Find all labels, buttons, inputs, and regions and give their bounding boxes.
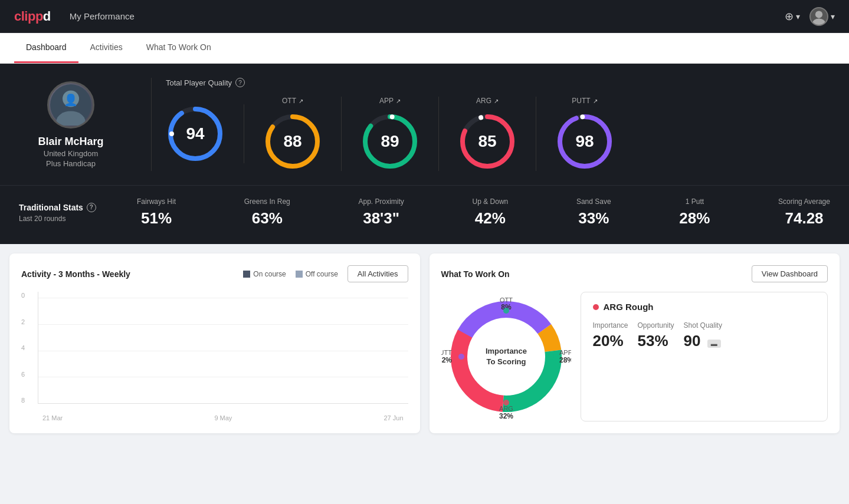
stat-proximity: App. Proximity 38'3" — [358, 197, 404, 228]
metric-circle-total: 94 — [166, 104, 225, 163]
trad-label-sub: Last 20 rounds — [19, 215, 137, 223]
metric-circle-ott: 88 — [263, 112, 322, 171]
stat-scoring: Scoring Average 74.28 — [778, 197, 830, 228]
svg-point-35 — [503, 308, 509, 314]
activity-chart-title: Activity - 3 Months - Weekly — [21, 269, 130, 279]
svg-point-0 — [815, 11, 822, 18]
stat-updown: Up & Down 42% — [473, 197, 509, 228]
traditional-stats: Traditional Stats ? Last 20 rounds Fairw… — [0, 185, 849, 244]
metric-putt: PUTT ↗ 98 — [536, 97, 633, 171]
player-avatar: 👤 — [47, 81, 94, 129]
putt-trend-icon: ↗ — [593, 98, 598, 104]
svg-text:28%: 28% — [559, 356, 571, 364]
player-name: Blair McHarg — [38, 136, 103, 148]
metric-arg: ARG ↗ 85 — [439, 97, 536, 171]
tab-activities[interactable]: Activities — [78, 33, 135, 63]
metric-value-app: 89 — [381, 132, 399, 151]
svg-point-37 — [503, 400, 509, 406]
svg-point-36 — [548, 354, 554, 360]
metric-circle-arg: 85 — [458, 112, 517, 171]
ott-trend-icon: ↗ — [299, 98, 303, 104]
view-dashboard-button[interactable]: View Dashboard — [752, 265, 828, 282]
metric-label-app: APP ↗ — [379, 97, 401, 105]
svg-text:Importance: Importance — [485, 347, 526, 355]
svg-text:APP: APP — [559, 349, 571, 356]
logo: clippd — [14, 9, 51, 24]
svg-text:PUTT: PUTT — [441, 349, 452, 356]
chart-area: 8 6 4 2 0 21 Mar 9 May 27 Jun — [21, 292, 408, 421]
add-chevron: ▾ — [796, 12, 800, 21]
svg-point-1 — [813, 18, 825, 25]
stats-row: Fairways Hit 51% Greens In Reg 63% App. … — [137, 197, 830, 228]
metric-app: APP ↗ 89 — [342, 97, 439, 171]
donut-chart: Importance To Scoring OTT 8% APP 28% ARG… — [441, 292, 571, 421]
wtwo-title: What To Work On — [441, 269, 510, 279]
all-activities-button[interactable]: All Activities — [348, 265, 408, 282]
legend-offcourse: Off course — [296, 270, 338, 278]
hero-section: 👤 Blair McHarg United Kingdom Plus Handi… — [0, 64, 849, 185]
chart-labels-y: 8 6 4 2 0 — [21, 292, 33, 404]
hero-top: 👤 Blair McHarg United Kingdom Plus Handi… — [19, 78, 830, 171]
metric-ott: OTT ↗ 88 — [244, 97, 342, 171]
bottom-row: Activity - 3 Months - Weekly On course O… — [0, 244, 849, 443]
metric-value-putt: 98 — [575, 132, 594, 151]
tab-what-to-work-on[interactable]: What To Work On — [135, 33, 223, 63]
svg-point-8 — [169, 131, 174, 136]
wtwo-content: Importance To Scoring OTT 8% APP 28% ARG… — [441, 292, 828, 421]
info-metric-shotquality: Shot Quality 90 ▬ — [684, 321, 722, 350]
metric-value-total: 94 — [186, 124, 204, 143]
metrics-row: 94 OTT ↗ 88 — [166, 97, 830, 171]
metrics-section: Total Player Quality ? 94 — [166, 78, 830, 171]
header-actions: ⊕ ▾ ▾ — [785, 7, 835, 26]
trad-label: Traditional Stats ? Last 20 rounds — [19, 203, 137, 223]
wtwo-panel-header: What To Work On View Dashboard — [441, 265, 828, 282]
hero-divider — [151, 78, 152, 171]
chart-x-labels: 21 Mar 9 May 27 Jun — [38, 414, 408, 421]
tab-dashboard[interactable]: Dashboard — [14, 33, 78, 63]
info-dot — [593, 304, 599, 310]
legend-oncourse-dot — [243, 271, 250, 278]
metric-label-arg: ARG ↗ — [476, 97, 499, 105]
metric-total: 94 — [166, 104, 244, 163]
info-metric-opportunity: Opportunity 53% — [638, 321, 674, 350]
player-handicap: Plus Handicap — [46, 159, 96, 168]
header: clippd My Performance ⊕ ▾ ▾ — [0, 0, 849, 33]
activity-panel: Activity - 3 Months - Weekly On course O… — [9, 253, 420, 433]
total-quality-label: Total Player Quality ? — [166, 78, 830, 87]
metric-label-putt: PUTT ↗ — [572, 97, 597, 105]
stat-oneputt: 1 Putt 28% — [679, 197, 710, 228]
add-icon: ⊕ — [785, 10, 794, 23]
header-title: My Performance — [70, 11, 785, 21]
metric-label-ott: OTT ↗ — [282, 97, 303, 105]
chart-legend: On course Off course — [243, 270, 338, 278]
avatar — [809, 7, 828, 26]
add-button[interactable]: ⊕ ▾ — [785, 10, 800, 23]
svg-text:To Scoring: To Scoring — [486, 357, 526, 366]
legend-offcourse-dot — [296, 271, 303, 278]
svg-text:32%: 32% — [441, 356, 452, 364]
profile-chevron: ▾ — [831, 12, 835, 21]
wtwo-panel: What To Work On View Dashboard — [430, 253, 840, 433]
total-quality-help-icon[interactable]: ? — [235, 78, 245, 87]
metric-circle-app: 89 — [360, 112, 419, 171]
stat-sandsave: Sand Save 33% — [576, 197, 611, 228]
player-country: United Kingdom — [44, 149, 99, 158]
metric-circle-putt: 98 — [555, 112, 614, 171]
stat-greens: Greens In Reg 63% — [244, 197, 290, 228]
svg-text:32%: 32% — [499, 412, 513, 420]
metric-value-ott: 88 — [283, 132, 301, 151]
trad-help-icon[interactable]: ? — [87, 203, 96, 212]
shot-quality-badge: ▬ — [707, 340, 721, 348]
legend-oncourse: On course — [243, 270, 286, 278]
info-card-title: ARG Rough — [593, 302, 816, 312]
profile-button[interactable]: ▾ — [809, 7, 835, 26]
stat-fairways: Fairways Hit 51% — [137, 197, 176, 228]
info-metric-importance: Importance 20% — [593, 321, 628, 350]
arg-trend-icon: ↗ — [494, 98, 499, 104]
app-trend-icon: ↗ — [396, 98, 401, 104]
activity-panel-header: Activity - 3 Months - Weekly On course O… — [21, 265, 408, 282]
player-info: 👤 Blair McHarg United Kingdom Plus Handi… — [19, 81, 137, 168]
svg-point-38 — [458, 354, 464, 360]
donut-container: Importance To Scoring OTT 8% APP 28% ARG… — [441, 292, 571, 421]
metric-value-arg: 85 — [478, 132, 496, 151]
